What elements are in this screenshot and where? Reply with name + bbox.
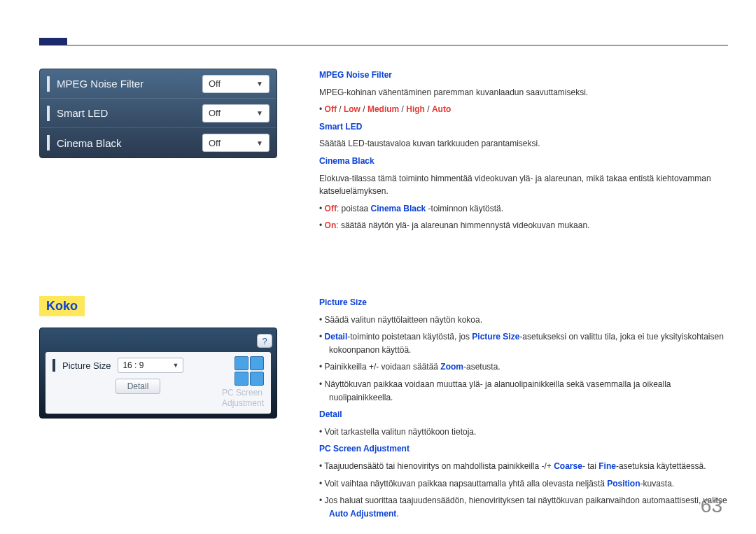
chevron-down-icon: ▼ bbox=[172, 362, 178, 369]
header-rule bbox=[39, 45, 728, 45]
opt-off: Off bbox=[325, 104, 337, 114]
sep: / bbox=[337, 104, 344, 114]
ghost-line: PC Screen bbox=[222, 388, 262, 398]
heading-pc-screen-adjustment: PC Screen Adjustment bbox=[319, 444, 410, 454]
para: Säätää LED-taustavaloa kuvan tarkkuuden … bbox=[319, 137, 728, 150]
bullet: Detail-toiminto poistetaan käytöstä, jos… bbox=[319, 330, 728, 356]
row-mpeg-noise-filter: MPEG Noise Filter Off ▼ bbox=[40, 69, 276, 99]
row-label: Picture Size bbox=[62, 360, 111, 371]
ref-zoom: Zoom bbox=[440, 362, 463, 372]
ref-position: Position bbox=[607, 479, 640, 489]
key-on: On bbox=[325, 220, 337, 230]
sep: / bbox=[425, 104, 432, 114]
text: -asetuksia käytettäessä. bbox=[616, 461, 706, 471]
bullet: Off: poistaa Cinema Black -toiminnon käy… bbox=[319, 202, 728, 216]
text: Painikkeilla +/- voidaan säätää bbox=[325, 362, 441, 372]
panel-topbar: ? bbox=[40, 332, 276, 352]
bullet: On: säätää näytön ylä- ja alareunan himm… bbox=[319, 219, 728, 232]
position-grid-icon[interactable] bbox=[234, 356, 264, 386]
row-label: Smart LED bbox=[57, 107, 202, 119]
text: : säätää näytön ylä- ja alareunan himmen… bbox=[336, 220, 589, 230]
heading-detail: Detail bbox=[319, 409, 342, 419]
smart-led-select[interactable]: Off ▼ bbox=[202, 104, 270, 122]
opt-low: Low bbox=[344, 104, 360, 114]
ref-coarse: Coarse bbox=[554, 461, 582, 471]
text: Jos haluat suorittaa taajuudensäädön, hi… bbox=[325, 496, 727, 505]
para: MPEG-kohinan vähentäminen paremman kuvan… bbox=[319, 86, 728, 99]
cinema-black-select[interactable]: Off ▼ bbox=[202, 134, 270, 152]
ghost-line: Adjustment bbox=[222, 398, 264, 408]
bullet: Voit tarkastella valitun näyttökoon tiet… bbox=[319, 426, 728, 439]
row-cinema-black: Cinema Black Off ▼ bbox=[40, 128, 276, 157]
row-label: MPEG Noise Filter bbox=[57, 78, 202, 90]
help-button[interactable]: ? bbox=[257, 334, 272, 348]
page-number: 63 bbox=[701, 495, 722, 517]
text: -asetusta. bbox=[463, 362, 500, 372]
pc-screen-adjustment-ghost: PC Screen Adjustment bbox=[222, 388, 264, 408]
text: - tai bbox=[582, 461, 598, 471]
text: Taajuudensäätö tai hienoviritys on mahdo… bbox=[324, 461, 554, 471]
text-block-upper: MPEG Noise Filter MPEG-kohinan vähentämi… bbox=[319, 69, 728, 237]
position-quadrant[interactable] bbox=[234, 356, 248, 370]
text: Voit vaihtaa näyttökuvan paikkaa napsaut… bbox=[325, 479, 608, 489]
sep: / bbox=[399, 104, 406, 114]
ref-picture-size: Picture Size bbox=[472, 332, 519, 342]
ref-fine: Fine bbox=[598, 461, 616, 471]
ref-auto-adjustment: Auto Adjustment bbox=[329, 509, 396, 519]
heading-mpeg-noise-filter: MPEG Noise Filter bbox=[319, 70, 392, 80]
position-quadrant[interactable] bbox=[250, 356, 264, 370]
row-picture-size: Picture Size 16 : 9 ▼ bbox=[52, 358, 264, 373]
select-value: Off bbox=[209, 138, 220, 148]
ref-cinema-black: Cinema Black bbox=[371, 204, 426, 213]
bullet: Säädä valitun näyttölaitteen näytön koko… bbox=[319, 314, 728, 327]
settings-panel: MPEG Noise Filter Off ▼ Smart LED Off ▼ … bbox=[39, 69, 277, 158]
row-smart-led: Smart LED Off ▼ bbox=[40, 99, 276, 128]
position-quadrant[interactable] bbox=[234, 372, 248, 386]
text: -toiminnon käytöstä. bbox=[426, 204, 503, 213]
text: . bbox=[396, 509, 398, 519]
opt-medium: Medium bbox=[368, 104, 399, 114]
bullet: Taajuudensäätö tai hienoviritys on mahdo… bbox=[319, 460, 728, 473]
select-value: Off bbox=[209, 108, 220, 118]
row-label: Cinema Black bbox=[57, 137, 202, 149]
chevron-down-icon: ▼ bbox=[256, 80, 263, 87]
panel-body: Picture Size 16 : 9 ▼ Detail PC Screen A… bbox=[46, 352, 271, 414]
opt-high: High bbox=[406, 104, 425, 114]
chevron-down-icon: ▼ bbox=[256, 139, 263, 147]
position-quadrant[interactable] bbox=[250, 372, 264, 386]
bullet: Painikkeilla +/- voidaan säätää Zoom-ase… bbox=[319, 360, 728, 374]
chevron-down-icon: ▼ bbox=[256, 109, 263, 117]
opt-auto: Auto bbox=[432, 104, 451, 114]
text: -kuvasta. bbox=[640, 479, 674, 489]
row-marker bbox=[47, 135, 50, 150]
bullet: Voit vaihtaa näyttökuvan paikkaa napsaut… bbox=[319, 477, 728, 491]
heading-picture-size: Picture Size bbox=[319, 297, 367, 307]
heading-cinema-black: Cinema Black bbox=[319, 156, 374, 166]
row-marker bbox=[47, 106, 50, 121]
para: Elokuva-tilassa tämä toiminto himmentää … bbox=[319, 172, 728, 198]
detail-button[interactable]: Detail bbox=[115, 379, 160, 394]
ref-detail: Detail bbox=[325, 332, 348, 342]
bullet: Off / Low / Medium / High / Auto bbox=[319, 103, 728, 116]
bullet: Jos haluat suorittaa taajuudensäädön, hi… bbox=[319, 494, 728, 520]
select-value: 16 : 9 bbox=[122, 360, 144, 370]
heading-smart-led: Smart LED bbox=[319, 122, 362, 132]
mpeg-noise-filter-select[interactable]: Off ▼ bbox=[202, 75, 270, 93]
row-marker bbox=[52, 359, 55, 372]
picture-size-select[interactable]: 16 : 9 ▼ bbox=[118, 358, 183, 373]
text-block-lower: Picture Size Säädä valitun näyttölaittee… bbox=[319, 296, 728, 524]
select-value: Off bbox=[209, 78, 220, 89]
picture-size-panel: ? Picture Size 16 : 9 ▼ Detail PC Screen… bbox=[39, 328, 277, 419]
text: -toiminto poistetaan käytöstä, jos bbox=[347, 332, 472, 342]
section-heading-koko: Koko bbox=[39, 296, 85, 316]
header-accent bbox=[39, 38, 67, 45]
text: : poistaa bbox=[337, 204, 371, 213]
row-marker bbox=[47, 76, 50, 92]
bullet: Näyttökuvan paikkaa voidaan muuttaa ylä-… bbox=[319, 378, 728, 404]
sep: / bbox=[360, 104, 368, 114]
key-off: Off bbox=[325, 204, 337, 213]
